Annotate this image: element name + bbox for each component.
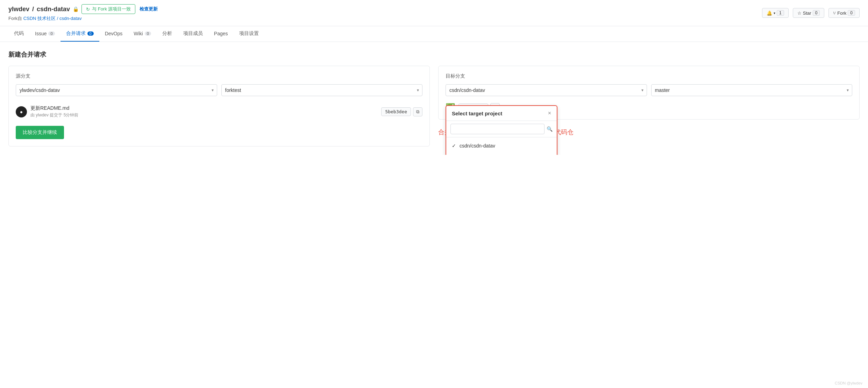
commit-title: 更新README.md: [30, 105, 378, 112]
sync-icon: ↻: [86, 7, 90, 12]
target-project-dropdown: Select target project × 🔍 ✓ csdn/csdn: [446, 105, 557, 155]
tab-wiki-label: Wiki: [134, 31, 143, 36]
repo-info: ylwdev / csdn-datav 🔒 ↻ 与 Fork 源项目一致 检查更…: [8, 4, 158, 22]
dropdown-search-input[interactable]: [450, 124, 545, 134]
fork-button[interactable]: ⑂ Fork 0: [828, 8, 860, 18]
tab-code[interactable]: 代码: [8, 26, 29, 42]
fork-from-link[interactable]: CSDN 技术社区 / csdn-datav: [23, 16, 82, 21]
tab-issue[interactable]: Issue 0: [29, 27, 61, 41]
fork-icon: ⑂: [833, 10, 836, 16]
checkmark-icon: ✓: [452, 143, 456, 149]
target-branch-select[interactable]: master: [651, 84, 853, 96]
fork-count: 0: [848, 10, 855, 16]
copy-icon: ⧉: [416, 109, 419, 114]
tab-members[interactable]: 项目成员: [178, 26, 208, 42]
source-branch-column: 源分支 ylwdev/csdn-datav ▾ forktest ▾: [8, 66, 430, 146]
main-content: 新建合并请求 源分支 ylwdev/csdn-datav ▾ forktest: [0, 42, 868, 155]
check-update-link[interactable]: 检查更新: [140, 6, 158, 12]
tab-members-label: 项目成员: [183, 30, 203, 37]
search-icon: 🔍: [547, 126, 553, 132]
tab-merge-request[interactable]: 合并请求 0: [61, 26, 99, 42]
dropdown-list: ✓ csdn/csdn-datav ylwdev/csdn-datav: [446, 137, 557, 155]
bell-button[interactable]: 🔔 ▾ 1: [762, 8, 789, 18]
tab-devops[interactable]: DevOps: [99, 27, 128, 41]
tab-settings[interactable]: 项目设置: [234, 26, 264, 42]
tab-devops-label: DevOps: [105, 31, 123, 36]
tab-issue-badge: 0: [48, 31, 55, 36]
target-branch-column: 目标分支 csdn/csdn-datav ▾ Select target pro…: [438, 66, 860, 146]
sync-fork-button[interactable]: ↻ 与 Fork 源项目一致: [81, 4, 135, 14]
dropdown-search-row: 🔍: [446, 121, 557, 137]
tab-wiki-badge: 0: [145, 31, 151, 36]
source-repo-select-wrap: ylwdev/csdn-datav ▾: [16, 84, 217, 96]
tab-analytics-label: 分析: [162, 30, 172, 37]
star-label: Star: [803, 10, 811, 16]
target-repo-select-wrap: csdn/csdn-datav ▾ Select target project …: [446, 84, 647, 96]
target-branch-label: 目标分支: [446, 73, 852, 79]
branch-columns: 源分支 ylwdev/csdn-datav ▾ forktest ▾: [8, 66, 860, 146]
bell-dropdown-icon: ▾: [774, 11, 775, 15]
source-branch-select[interactable]: forktest: [221, 84, 423, 96]
dropdown-item-label-csdn: csdn/csdn-datav: [460, 143, 495, 149]
dropdown-close-button[interactable]: ×: [548, 110, 551, 116]
tab-merge-label: 合并请求: [66, 30, 86, 37]
header-actions: 🔔 ▾ 1 ☆ Star 0 ⑂ Fork 0: [762, 8, 860, 18]
tab-pages[interactable]: Pages: [208, 27, 234, 41]
commit-meta: 由 ylwdev 提交于 5分钟前: [30, 112, 378, 118]
repo-repo-name: csdn-datav: [37, 6, 70, 13]
fork-label: Fork: [837, 10, 846, 16]
avatar: ●: [16, 106, 27, 117]
tab-wiki[interactable]: Wiki 0: [128, 27, 157, 41]
target-branch-select-wrap: master ▾: [651, 84, 853, 96]
tab-settings-label: 项目设置: [239, 30, 259, 37]
star-count: 0: [813, 10, 820, 16]
commit-hash-badge: 5beb3dee: [381, 107, 411, 116]
source-selects-row: ylwdev/csdn-datav ▾ forktest ▾: [16, 84, 422, 96]
repo-separator: /: [32, 6, 34, 13]
fork-from-row: Fork自 CSDN 技术社区 / csdn-datav: [8, 15, 158, 22]
commit-hash-row: 5beb3dee ⧉: [381, 107, 422, 116]
dropdown-header: Select target project ×: [446, 106, 557, 121]
source-commit-row: ● 更新README.md 由 ylwdev 提交于 5分钟前 5beb3dee…: [16, 102, 422, 122]
source-branch-select-wrap: forktest ▾: [221, 84, 423, 96]
source-repo-select[interactable]: ylwdev/csdn-datav: [16, 84, 217, 96]
tab-pages-label: Pages: [214, 31, 228, 36]
fork-from-label: Fork自: [8, 16, 22, 21]
star-icon: ☆: [797, 10, 802, 16]
source-branch-card: 源分支 ylwdev/csdn-datav ▾ forktest ▾: [8, 66, 430, 146]
lock-icon: 🔒: [73, 6, 79, 12]
tab-analytics[interactable]: 分析: [157, 26, 178, 42]
bell-icon: 🔔: [767, 10, 772, 16]
target-repo-select[interactable]: csdn/csdn-datav: [446, 84, 647, 96]
target-selects-row: csdn/csdn-datav ▾ Select target project …: [446, 84, 852, 96]
commit-info: 更新README.md 由 ylwdev 提交于 5分钟前: [30, 105, 378, 118]
page-title: 新建合并请求: [8, 50, 860, 59]
tab-code-label: 代码: [14, 30, 24, 37]
compare-continue-button[interactable]: 比较分支并继续: [16, 126, 64, 139]
tab-merge-badge: 0: [87, 31, 94, 36]
dropdown-item-ylwdev[interactable]: ylwdev/csdn-datav: [446, 152, 557, 155]
repo-title: ylwdev / csdn-datav 🔒 ↻ 与 Fork 源项目一致 检查更…: [8, 4, 158, 14]
tab-issue-label: Issue: [35, 31, 47, 36]
bell-count: 1: [777, 10, 784, 16]
star-button[interactable]: ☆ Star 0: [793, 8, 825, 18]
dropdown-title: Select target project: [452, 110, 502, 116]
dropdown-item-csdn[interactable]: ✓ csdn/csdn-datav: [446, 139, 557, 152]
target-branch-card: 目标分支 csdn/csdn-datav ▾ Select target pro…: [438, 66, 860, 120]
repo-owner-name: ylwdev: [8, 6, 29, 13]
page-header: ylwdev / csdn-datav 🔒 ↻ 与 Fork 源项目一致 检查更…: [0, 0, 868, 26]
copy-hash-button[interactable]: ⧉: [413, 107, 422, 116]
source-branch-label: 源分支: [16, 73, 422, 79]
nav-tabs: 代码 Issue 0 合并请求 0 DevOps Wiki 0 分析 项目成员 …: [0, 26, 868, 42]
sync-fork-label: 与 Fork 源项目一致: [92, 6, 131, 12]
